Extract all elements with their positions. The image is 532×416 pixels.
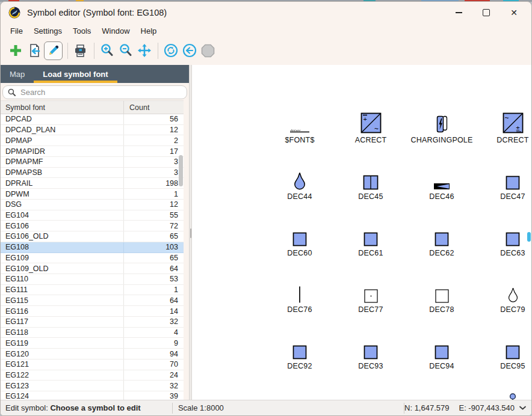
tab-map[interactable]: Map [1, 65, 34, 83]
symbol-count: 1 [123, 189, 184, 199]
table-row-dpmapmf[interactable]: DPMAPMF3 [1, 157, 184, 168]
symbol-count: 53 [123, 274, 184, 284]
symbol-cell-dec78[interactable]: DEC78 [406, 271, 477, 327]
edit-symbol-prefix: Edit symbol: [5, 403, 50, 412]
table-row-dsg[interactable]: DSG12 [1, 200, 184, 210]
refresh-button[interactable] [162, 42, 179, 60]
table-scrollbar-thumb[interactable] [179, 155, 183, 186]
column-header-symbol-font[interactable]: Symbol font [1, 103, 123, 112]
table-row-eg124[interactable]: EG12439 [1, 391, 184, 400]
zoom-in-button[interactable] [98, 42, 116, 60]
symbol-cell-dec77[interactable]: DEC77 [335, 271, 406, 327]
splitter-handle-icon [190, 228, 191, 238]
table-row-dpmapsb[interactable]: DPMAPSB3 [1, 168, 184, 179]
search-input[interactable] [19, 87, 182, 97]
square-dot-glyph-icon [364, 271, 378, 303]
table-row-dpcad-plan[interactable]: DPCAD_PLAN12 [1, 125, 184, 136]
table-row-dprail[interactable]: DPRAIL198 [1, 178, 184, 189]
symbol-count: 1 [123, 285, 184, 295]
minimize-button[interactable] [445, 2, 472, 23]
table-row-eg117[interactable]: EG11732 [1, 317, 184, 328]
symbol-cell-dec61[interactable]: DEC61 [335, 214, 406, 271]
canvas-scrollbar-thumb[interactable] [527, 232, 531, 242]
symbol-cell-font[interactable]: $FONT$ [264, 101, 335, 158]
symbol-cell-dcrect[interactable]: ~±DCRECT [477, 101, 532, 158]
table-row-eg109[interactable]: EG10965 [1, 253, 184, 264]
symbol-cell-dec63[interactable]: DEC63 [477, 214, 532, 271]
symbol-cell-dec44[interactable]: DEC44 [264, 158, 335, 214]
status-coordinates: N: 1,647.579 E: -907,443.540 [404, 403, 531, 412]
magnifier-minus-icon [119, 43, 133, 58]
table-row-dpcad[interactable]: DPCAD56 [1, 114, 184, 125]
table-row-eg110[interactable]: EG11053 [1, 274, 184, 285]
symbol-grid: $FONT$+~ACRECTCHARGINGPOLE~±DCRECTDEC44D… [264, 101, 532, 384]
menu-item-file[interactable]: File [5, 25, 28, 37]
symbol-cell-dec47[interactable]: DEC47 [477, 158, 532, 214]
drop-outline-glyph-icon [508, 271, 518, 303]
symbol-count: 32 [123, 317, 184, 327]
column-header-count[interactable]: Count [123, 101, 184, 114]
print-button[interactable] [72, 42, 89, 60]
chevron-down-icon[interactable] [519, 405, 527, 411]
table-row-eg119[interactable]: EG1199 [1, 338, 184, 349]
square-filled-glyph-icon [435, 327, 449, 359]
table-row-dpmapidr[interactable]: DPMAPIDR17 [1, 146, 184, 157]
close-button[interactable]: ✕ [500, 2, 528, 23]
table-row-eg111[interactable]: EG1111 [1, 285, 184, 296]
table-row-eg104[interactable]: EG10455 [1, 210, 184, 221]
menu-item-tools[interactable]: Tools [67, 25, 96, 37]
table-row-eg121[interactable]: EG12170 [1, 359, 184, 370]
symbol-count: 2 [123, 135, 184, 145]
app-logo-icon [8, 7, 20, 19]
table-row-eg118[interactable]: EG1184 [1, 328, 184, 338]
status-bar: Edit symbol: Choose a symbol to edit Sca… [1, 400, 531, 415]
pencil-icon [47, 44, 60, 57]
symbol-count: 14 [123, 306, 184, 316]
symbol-cell-dec60[interactable]: DEC60 [264, 214, 335, 271]
symbol-cell-dec93[interactable]: DEC93 [335, 327, 406, 384]
symbol-count: 56 [123, 114, 184, 124]
symbol-cell-dec79[interactable]: DEC79 [477, 271, 532, 327]
menu-item-help[interactable]: Help [135, 25, 162, 37]
symbol-cell-dec76[interactable]: DEC76 [264, 271, 335, 327]
symbol-cell-dec95[interactable]: DEC95 [477, 327, 532, 384]
table-row-dpmap[interactable]: DPMAP2 [1, 135, 184, 146]
zoom-out-button[interactable] [117, 42, 134, 60]
table-row-eg106[interactable]: EG10672 [1, 221, 184, 231]
table-row-eg120[interactable]: EG12094 [1, 349, 184, 359]
add-button[interactable] [7, 42, 24, 60]
table-row-eg122[interactable]: EG12224 [1, 370, 184, 381]
symbol-font-name: DPMAPMF [1, 158, 123, 166]
symbol-cell-acrect[interactable]: +~ACRECT [335, 101, 406, 158]
pan-button[interactable] [135, 42, 153, 60]
symbol-font-name: EG115 [1, 296, 123, 305]
symbol-label: DEC77 [358, 305, 383, 314]
maximize-button[interactable] [472, 2, 500, 23]
move-arrows-icon [137, 43, 152, 58]
symbol-label: ACRECT [355, 136, 387, 144]
table-row-eg108[interactable]: EG108103 [1, 242, 184, 253]
menu-item-window[interactable]: Window [96, 25, 135, 37]
symbol-count: 64 [123, 263, 184, 274]
table-row-eg109-old[interactable]: EG109_OLD64 [1, 263, 184, 274]
symbol-cell-dec94[interactable]: DEC94 [406, 327, 477, 384]
menu-item-settings[interactable]: Settings [28, 25, 67, 37]
symbol-cell-chargingpole[interactable]: CHARGINGPOLE [406, 101, 477, 158]
tab-load-symbol-font[interactable]: Load symbol font [34, 65, 117, 83]
square-filled-glyph-icon [363, 327, 378, 359]
symbol-cell-dec45[interactable]: DEC45 [335, 158, 406, 214]
symbol-cell-dec92[interactable]: DEC92 [264, 327, 335, 384]
symbol-font-name: EG104 [1, 211, 123, 219]
back-button[interactable] [181, 42, 198, 60]
table-row-eg115[interactable]: EG11564 [1, 295, 184, 306]
symbol-cell-dec46[interactable]: DEC46 [406, 158, 477, 214]
table-row-dpwm[interactable]: DPWM1 [1, 189, 184, 200]
load-symbol-font-button[interactable] [25, 42, 43, 60]
table-row-eg106-old[interactable]: EG106_OLD65 [1, 231, 184, 242]
table-row-eg116[interactable]: EG11614 [1, 306, 184, 317]
table-row-eg123[interactable]: EG12332 [1, 381, 184, 391]
stop-button[interactable] [199, 42, 217, 60]
symbol-cell-dec62[interactable]: DEC62 [406, 214, 477, 271]
edit-symbol-button[interactable] [44, 41, 63, 60]
symbol-font-name: EG124 [1, 392, 123, 400]
